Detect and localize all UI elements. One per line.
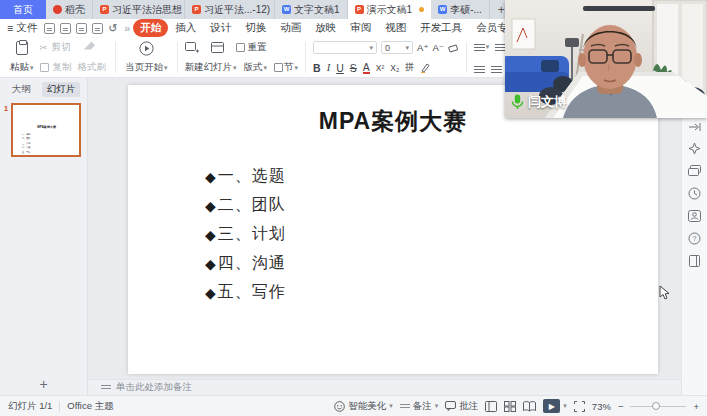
bullet-item[interactable]: ◆三、计划 bbox=[205, 220, 658, 249]
subscript-button[interactable]: X₂ bbox=[390, 63, 399, 73]
slide-page[interactable]: MPA案例大赛 ◆一、选题 ◆二、团队 ◆三、计划 ◆四、沟通 ◆五、写作 bbox=[128, 85, 658, 374]
fit-window-icon[interactable] bbox=[574, 401, 585, 412]
tab-document-active[interactable]: P 演示文稿1 bbox=[348, 0, 432, 19]
align-left-button[interactable] bbox=[474, 65, 485, 73]
panel-tab-slides[interactable]: 幻灯片 bbox=[42, 82, 81, 97]
slide-thumbnail-number: 1 bbox=[1, 103, 11, 157]
print-preview-icon[interactable] bbox=[92, 23, 103, 34]
export-icon[interactable] bbox=[60, 23, 71, 34]
superscript-button[interactable]: X² bbox=[376, 63, 385, 73]
smart-beautify-icon[interactable] bbox=[688, 142, 701, 155]
increase-font-button[interactable]: A⁺ bbox=[417, 42, 428, 53]
menu-item-review[interactable]: 审阅 bbox=[343, 19, 378, 37]
menu-item-transition[interactable]: 切换 bbox=[238, 19, 273, 37]
align-center-button[interactable] bbox=[491, 65, 502, 73]
font-name-select[interactable]: ▾ bbox=[313, 41, 377, 54]
menu-item-slideshow[interactable]: 放映 bbox=[308, 19, 343, 37]
bullet-text: 一、选题 bbox=[218, 166, 286, 187]
menu-item-insert[interactable]: 插入 bbox=[168, 19, 203, 37]
smart-beautify-button[interactable]: 智能美化 ▾ bbox=[334, 400, 393, 413]
zoom-slider[interactable] bbox=[630, 406, 686, 407]
collapse-panel-icon[interactable] bbox=[688, 122, 701, 132]
chevron-down-icon: ▾ bbox=[295, 64, 299, 72]
highlight-pen-icon[interactable] bbox=[420, 63, 430, 73]
underline-button[interactable]: U bbox=[336, 62, 344, 74]
menu-item-devtools[interactable]: 开发工具 bbox=[413, 19, 469, 37]
slide-bullet-list[interactable]: ◆一、选题 ◆二、团队 ◆三、计划 ◆四、沟通 ◆五、写作 bbox=[205, 162, 658, 307]
account-icon[interactable] bbox=[688, 210, 701, 222]
decrease-font-button[interactable]: A⁻ bbox=[432, 42, 443, 53]
slide-indicator: 幻灯片 1/1 bbox=[8, 400, 52, 413]
bullet-list-button[interactable]: ▾ bbox=[474, 43, 490, 51]
tab-docer[interactable]: 稻壳 bbox=[46, 0, 93, 19]
reading-view-icon[interactable] bbox=[523, 401, 536, 412]
file-menu[interactable]: ≡ 文件 bbox=[7, 21, 37, 35]
slide-library-icon[interactable] bbox=[688, 165, 701, 177]
panel-tab-outline[interactable]: 大纲 bbox=[7, 82, 36, 97]
tab-label: 文字文稿1 bbox=[294, 3, 340, 17]
layout-button[interactable]: 版式▾ bbox=[244, 61, 268, 74]
help-icon[interactable]: ? bbox=[688, 232, 701, 245]
comments-button[interactable]: 批注 bbox=[445, 400, 478, 413]
slide-canvas[interactable]: MPA案例大赛 ◆一、选题 ◆二、团队 ◆三、计划 ◆四、沟通 ◆五、写作 bbox=[88, 78, 681, 379]
tab-home[interactable]: 首页 bbox=[0, 0, 46, 19]
bullet-item[interactable]: ◆五、写作 bbox=[205, 278, 658, 307]
notes-toggle-button[interactable]: 备注 ▾ bbox=[400, 400, 439, 413]
clock-icon[interactable] bbox=[688, 187, 701, 200]
notes-bar[interactable]: 单击此处添加备注 bbox=[88, 379, 681, 395]
save-icon[interactable] bbox=[44, 23, 55, 34]
copy-icon bbox=[40, 63, 49, 72]
zoom-slider-knob[interactable] bbox=[652, 402, 660, 410]
add-slide-button[interactable]: + bbox=[0, 374, 87, 395]
slideshow-play-button[interactable]: ▶ bbox=[543, 399, 560, 413]
tab-document-4[interactable]: W 李硕-... bbox=[431, 0, 490, 19]
strikethrough-button[interactable]: S bbox=[350, 62, 357, 74]
reset-label: 重置 bbox=[248, 41, 267, 54]
italic-button[interactable]: I bbox=[327, 62, 331, 73]
video-call-overlay[interactable]: 闫文博 bbox=[505, 0, 707, 118]
ppt-file-icon: P bbox=[100, 5, 109, 14]
chevron-down-icon: ▾ bbox=[264, 64, 268, 72]
menu-item-home[interactable]: 开始 bbox=[133, 19, 168, 37]
tab-document-2[interactable]: P 习近平法...-12) bbox=[185, 0, 275, 19]
person-face bbox=[583, 25, 637, 89]
copy-button[interactable]: 复制 bbox=[40, 61, 72, 74]
cut-button[interactable]: ✂剪切 bbox=[40, 41, 72, 54]
print-icon[interactable] bbox=[76, 23, 87, 34]
bullet-item[interactable]: ◆四、沟通 bbox=[205, 249, 658, 278]
new-slide-button[interactable]: 新建幻灯片▾ bbox=[185, 61, 237, 74]
menu-item-animation[interactable]: 动画 bbox=[273, 19, 308, 37]
menu-item-view[interactable]: 视图 bbox=[378, 19, 413, 37]
tab-document-1[interactable]: P 习近平法治思想 bbox=[93, 0, 185, 19]
tab-document-3[interactable]: W 文字文稿1 bbox=[275, 0, 348, 19]
slide-thumbnail[interactable]: MPA案例大赛 一、选题 二、团队 三、计划 四、沟通 五、写作 bbox=[11, 103, 81, 157]
format-painter-button[interactable]: 格式刷 bbox=[74, 40, 111, 75]
wall-art bbox=[512, 19, 535, 49]
diamond-bullet-icon: ◆ bbox=[205, 227, 217, 243]
zoom-percentage[interactable]: 73% bbox=[592, 401, 611, 412]
font-size-select[interactable]: 0▾ bbox=[381, 41, 413, 54]
menu-item-design[interactable]: 设计 bbox=[203, 19, 238, 37]
paste-button[interactable]: 粘贴▾ bbox=[6, 40, 38, 75]
bold-button[interactable]: B bbox=[313, 62, 321, 74]
clear-format-icon[interactable] bbox=[448, 43, 459, 53]
play-from-current-label: 当页开始 bbox=[125, 61, 163, 74]
pinyin-guide-button[interactable]: 拼 bbox=[405, 61, 414, 74]
notebook-icon[interactable] bbox=[688, 255, 701, 267]
ribbon-separator bbox=[115, 42, 116, 73]
bullet-item[interactable]: ◆二、团队 bbox=[205, 191, 658, 220]
toolbar-overflow-icon[interactable]: » bbox=[124, 22, 130, 34]
sofa-cushion bbox=[541, 60, 559, 72]
play-from-current-button[interactable]: 当页开始▾ bbox=[121, 40, 172, 75]
ppt-file-icon: P bbox=[355, 5, 364, 14]
slide-sorter-view-icon[interactable] bbox=[504, 401, 516, 412]
wall-fixture bbox=[583, 6, 655, 11]
font-color-button[interactable]: A bbox=[363, 62, 370, 74]
bullet-item[interactable]: ◆一、选题 bbox=[205, 162, 658, 191]
undo-icon[interactable]: ↺ bbox=[108, 22, 117, 35]
normal-view-icon[interactable] bbox=[485, 401, 497, 412]
section-button[interactable]: 节▾ bbox=[274, 61, 298, 74]
zoom-in-button[interactable]: + bbox=[693, 401, 699, 412]
zoom-out-button[interactable]: − bbox=[618, 401, 624, 412]
right-tool-strip: ? bbox=[681, 78, 707, 395]
